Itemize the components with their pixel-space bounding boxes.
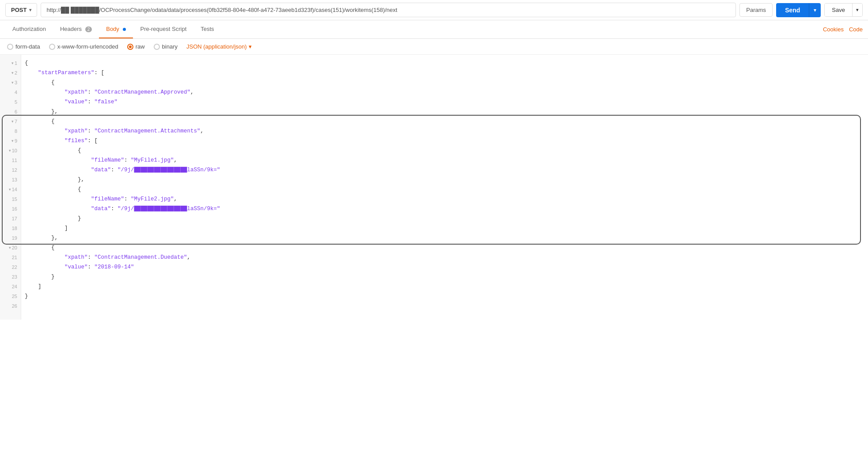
- headers-badge: 2: [85, 26, 92, 32]
- code-line-9: "files": [: [25, 136, 868, 146]
- code-line-23: }: [25, 272, 868, 282]
- fold-icon[interactable]: ▾: [11, 136, 14, 146]
- params-button[interactable]: Params: [739, 3, 773, 17]
- code-line-18: ]: [25, 223, 868, 233]
- line-number-26: 26: [0, 301, 21, 311]
- code-line-24: ]: [25, 282, 868, 291]
- code-line-22: "value": "2018-09-14": [25, 262, 868, 272]
- editor-container: ▾1▾2▾3456▾78▾9▾10111213▾141516171819▾202…: [0, 55, 868, 320]
- radio-urlencoded: [49, 44, 55, 50]
- option-binary[interactable]: binary: [154, 43, 178, 50]
- cookies-link[interactable]: Cookies: [823, 26, 844, 33]
- method-dropdown[interactable]: POST ▾: [5, 3, 37, 17]
- send-dropdown-button[interactable]: ▾: [809, 3, 821, 17]
- line-number-2: ▾2: [0, 68, 21, 78]
- line-numbers: ▾1▾2▾3456▾78▾9▾10111213▾141516171819▾202…: [0, 55, 21, 320]
- code-line-15: "fileName": "MyFile2.jpg",: [25, 194, 868, 204]
- line-number-17: 17: [0, 214, 21, 223]
- code-line-16: "data": "/9j/████████████████laSSn/9k=": [25, 204, 868, 214]
- line-number-25: 25: [0, 291, 21, 301]
- line-number-10: ▾10: [0, 146, 21, 155]
- save-dropdown-button[interactable]: ▾: [852, 4, 862, 16]
- line-number-14: ▾14: [0, 185, 21, 194]
- radio-binary: [154, 44, 160, 50]
- code-line-5: "value": "false": [25, 97, 868, 107]
- line-number-24: 24: [0, 282, 21, 291]
- url-input[interactable]: http://██ ███████/OCProcessChange/odata/…: [41, 3, 736, 17]
- save-group: Save ▾: [824, 3, 863, 17]
- code-line-3: {: [25, 78, 868, 87]
- tab-headers[interactable]: Headers 2: [53, 20, 99, 38]
- line-number-15: 15: [0, 194, 21, 204]
- code-line-7: {: [25, 117, 868, 126]
- radio-raw: [127, 44, 133, 50]
- radio-form-data: [7, 44, 13, 50]
- top-bar: POST ▾ http://██ ███████/OCProcessChange…: [0, 0, 868, 20]
- line-number-22: 22: [0, 262, 21, 272]
- code-line-10: {: [25, 146, 868, 155]
- option-raw[interactable]: raw: [127, 43, 145, 50]
- code-content[interactable]: { "startParameters": [ { "xpath": "Contr…: [21, 55, 868, 320]
- line-number-3: ▾3: [0, 78, 21, 87]
- fold-icon[interactable]: ▾: [11, 58, 14, 68]
- line-number-19: 19: [0, 233, 21, 243]
- fold-icon[interactable]: ▾: [11, 68, 14, 78]
- option-urlencoded[interactable]: x-www-form-urlencoded: [49, 43, 118, 50]
- fold-icon[interactable]: ▾: [9, 185, 11, 194]
- line-number-5: 5: [0, 97, 21, 107]
- code-link[interactable]: Code: [849, 26, 863, 33]
- line-number-23: 23: [0, 272, 21, 282]
- code-line-14: {: [25, 185, 868, 194]
- editor-area[interactable]: ▾1▾2▾3456▾78▾9▾10111213▾141516171819▾202…: [0, 55, 868, 320]
- body-options: form-data x-www-form-urlencoded raw bina…: [0, 39, 868, 55]
- method-chevron: ▾: [29, 8, 31, 12]
- send-group: Send ▾: [776, 3, 821, 17]
- line-number-12: 12: [0, 165, 21, 175]
- line-number-21: 21: [0, 253, 21, 262]
- line-number-18: 18: [0, 223, 21, 233]
- body-dot: [123, 28, 126, 31]
- line-number-7: ▾7: [0, 117, 21, 126]
- fold-icon[interactable]: ▾: [11, 117, 14, 126]
- json-type-selector[interactable]: JSON (application/json) ▾: [186, 43, 252, 50]
- code-line-26: [25, 301, 868, 311]
- code-line-8: "xpath": "ContractManagement.Attachments…: [25, 126, 868, 136]
- code-line-25: }: [25, 291, 868, 301]
- code-line-11: "fileName": "MyFile1.jpg",: [25, 155, 868, 165]
- line-number-1: ▾1: [0, 58, 21, 68]
- tab-tests[interactable]: Tests: [193, 20, 221, 38]
- line-number-6: 6: [0, 107, 21, 117]
- code-line-13: },: [25, 175, 868, 185]
- line-number-9: ▾9: [0, 136, 21, 146]
- save-button[interactable]: Save: [825, 4, 852, 16]
- code-line-19: },: [25, 233, 868, 243]
- code-line-21: "xpath": "ContractManagement.Duedate",: [25, 253, 868, 262]
- code-line-2: "startParameters": [: [25, 68, 868, 78]
- line-number-16: 16: [0, 204, 21, 214]
- fold-icon[interactable]: ▾: [9, 146, 11, 155]
- line-number-20: ▾20: [0, 243, 21, 253]
- method-label: POST: [11, 7, 27, 13]
- send-button[interactable]: Send: [776, 3, 809, 17]
- fold-icon[interactable]: ▾: [9, 243, 11, 253]
- tabs-row: Authorization Headers 2 Body Pre-request…: [0, 20, 868, 39]
- tab-body[interactable]: Body: [99, 20, 133, 38]
- tab-prerequest[interactable]: Pre-request Script: [133, 20, 193, 38]
- line-number-8: 8: [0, 126, 21, 136]
- code-line-4: "xpath": "ContractManagement.Approved",: [25, 87, 868, 97]
- code-line-6: },: [25, 107, 868, 117]
- line-number-11: 11: [0, 155, 21, 165]
- code-line-12: "data": "/9j/████████████████laSSn/9k=": [25, 165, 868, 175]
- line-number-4: 4: [0, 87, 21, 97]
- code-line-1: {: [25, 58, 868, 68]
- tabs-right: Cookies Code: [823, 26, 863, 33]
- tab-authorization[interactable]: Authorization: [5, 20, 53, 38]
- line-number-13: 13: [0, 175, 21, 185]
- fold-icon[interactable]: ▾: [11, 78, 14, 87]
- code-line-17: }: [25, 214, 868, 223]
- option-form-data[interactable]: form-data: [7, 43, 40, 50]
- code-line-20: {: [25, 243, 868, 253]
